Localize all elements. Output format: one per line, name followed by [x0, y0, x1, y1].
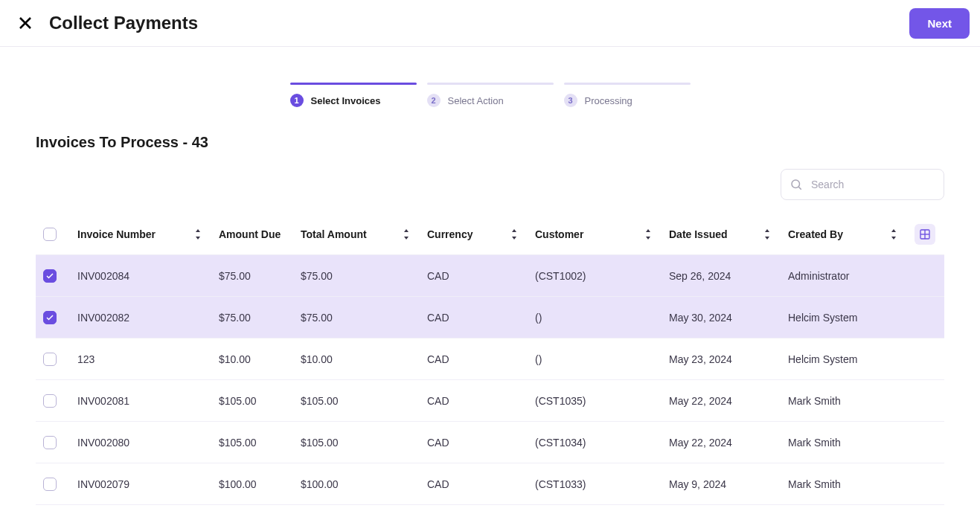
col-date-issued[interactable]: Date Issued — [669, 228, 788, 240]
search-input[interactable] — [781, 169, 944, 200]
column-settings-cell — [915, 224, 944, 245]
step-processing[interactable]: 3 Processing — [564, 83, 691, 107]
cell-currency: CAD — [427, 478, 535, 490]
cell-total-amount: $75.00 — [301, 312, 427, 324]
step-select-action[interactable]: 2 Select Action — [427, 83, 554, 107]
cell-created-by: Mark Smith — [788, 437, 915, 449]
close-button[interactable] — [16, 14, 34, 32]
cell-date-issued: May 22, 2024 — [669, 395, 788, 407]
cell-invoice-number: 123 — [77, 353, 219, 365]
step-bar — [290, 83, 417, 85]
col-total-amount[interactable]: Total Amount — [301, 228, 427, 240]
sort-icon — [889, 229, 898, 240]
cell-created-by: Mark Smith — [788, 395, 915, 407]
check-icon — [45, 313, 54, 322]
cell-customer: (CST1033) — [535, 478, 669, 490]
cell-amount-due: $75.00 — [219, 312, 301, 324]
cell-amount-due: $75.00 — [219, 270, 301, 282]
table-row[interactable]: INV002079$100.00$100.00CAD(CST1033)May 9… — [36, 463, 944, 505]
cell-currency: CAD — [427, 353, 535, 365]
col-invoice-number[interactable]: Invoice Number — [77, 228, 219, 240]
table-header: Invoice Number Amount Due Total Amount C… — [36, 213, 944, 255]
col-label: Total Amount — [301, 228, 367, 240]
table-row[interactable]: INV002082$75.00$75.00CAD()May 30, 2024He… — [36, 297, 944, 338]
table-row[interactable]: INV002084$75.00$75.00CAD(CST1002)Sep 26,… — [36, 255, 944, 297]
cell-invoice-number: INV002080 — [77, 437, 219, 449]
sort-icon — [402, 229, 411, 240]
invoice-table: Invoice Number Amount Due Total Amount C… — [36, 213, 944, 505]
cell-invoice-number: INV002081 — [77, 395, 219, 407]
cell-total-amount: $100.00 — [301, 478, 427, 490]
sort-icon — [644, 229, 653, 240]
row-checkbox[interactable] — [43, 269, 57, 283]
col-label: Currency — [427, 228, 473, 240]
col-created-by[interactable]: Created By — [788, 228, 915, 240]
col-label: Amount Due — [219, 228, 281, 240]
col-label: Date Issued — [669, 228, 728, 240]
cell-created-by: Helcim System — [788, 353, 915, 365]
table-row[interactable]: INV002081$105.00$105.00CAD(CST1035)May 2… — [36, 380, 944, 422]
row-checkbox[interactable] — [43, 311, 57, 324]
cell-customer: () — [535, 353, 669, 365]
row-checkbox[interactable] — [43, 353, 57, 366]
step-bar — [427, 83, 554, 85]
row-checkbox[interactable] — [43, 394, 57, 408]
svg-line-1 — [798, 187, 801, 189]
cell-created-by: Administrator — [788, 270, 915, 282]
checkbox-cell — [40, 394, 77, 408]
cell-invoice-number: INV002084 — [77, 270, 219, 282]
checkbox-cell — [40, 436, 77, 449]
step-number: 3 — [564, 94, 577, 107]
search-row — [36, 169, 944, 200]
step-label: Select Action — [448, 95, 504, 106]
cell-customer: (CST1034) — [535, 437, 669, 449]
cell-currency: CAD — [427, 437, 535, 449]
row-checkbox[interactable] — [43, 436, 57, 449]
cell-date-issued: May 30, 2024 — [669, 312, 788, 324]
cell-amount-due: $105.00 — [219, 395, 301, 407]
col-amount-due[interactable]: Amount Due — [219, 228, 301, 240]
checkbox-cell — [40, 478, 77, 491]
cell-total-amount: $105.00 — [301, 395, 427, 407]
page-title: Collect Payments — [49, 13, 198, 33]
header-left: Collect Payments — [16, 13, 198, 33]
cell-total-amount: $75.00 — [301, 270, 427, 282]
cell-customer: (CST1002) — [535, 270, 669, 282]
cell-total-amount: $10.00 — [301, 353, 427, 365]
stepper: 1 Select Invoices 2 Select Action 3 Proc… — [0, 83, 980, 107]
col-label: Customer — [535, 228, 583, 240]
cell-currency: CAD — [427, 312, 535, 324]
cell-date-issued: Sep 26, 2024 — [669, 270, 788, 282]
cell-created-by: Mark Smith — [788, 478, 915, 490]
cell-amount-due: $105.00 — [219, 437, 301, 449]
col-label: Created By — [788, 228, 843, 240]
cell-amount-due: $100.00 — [219, 478, 301, 490]
cell-invoice-number: INV002082 — [77, 312, 219, 324]
step-select-invoices[interactable]: 1 Select Invoices — [290, 83, 417, 107]
sort-icon — [763, 229, 772, 240]
section-title: Invoices To Process - 43 — [36, 134, 944, 151]
next-button[interactable]: Next — [909, 8, 970, 39]
col-label: Invoice Number — [77, 228, 156, 240]
table-row[interactable]: INV002080$105.00$105.00CAD(CST1034)May 2… — [36, 422, 944, 463]
cell-date-issued: May 23, 2024 — [669, 353, 788, 365]
table-row[interactable]: 123$10.00$10.00CAD()May 23, 2024Helcim S… — [36, 338, 944, 380]
cell-currency: CAD — [427, 270, 535, 282]
select-all-checkbox[interactable] — [43, 228, 57, 241]
col-customer[interactable]: Customer — [535, 228, 669, 240]
grid-icon — [919, 228, 931, 240]
sort-icon — [193, 229, 202, 240]
column-settings-button[interactable] — [915, 224, 935, 245]
sort-icon — [510, 229, 519, 240]
search-box — [781, 169, 944, 200]
step-bar — [564, 83, 691, 85]
cell-invoice-number: INV002079 — [77, 478, 219, 490]
row-checkbox[interactable] — [43, 478, 57, 491]
step-number: 2 — [427, 94, 441, 107]
table-body: INV002084$75.00$75.00CAD(CST1002)Sep 26,… — [36, 255, 944, 505]
select-all-cell — [40, 228, 77, 241]
close-icon — [19, 16, 32, 30]
col-currency[interactable]: Currency — [427, 228, 535, 240]
checkbox-cell — [40, 311, 77, 324]
step-body: 2 Select Action — [427, 94, 554, 107]
